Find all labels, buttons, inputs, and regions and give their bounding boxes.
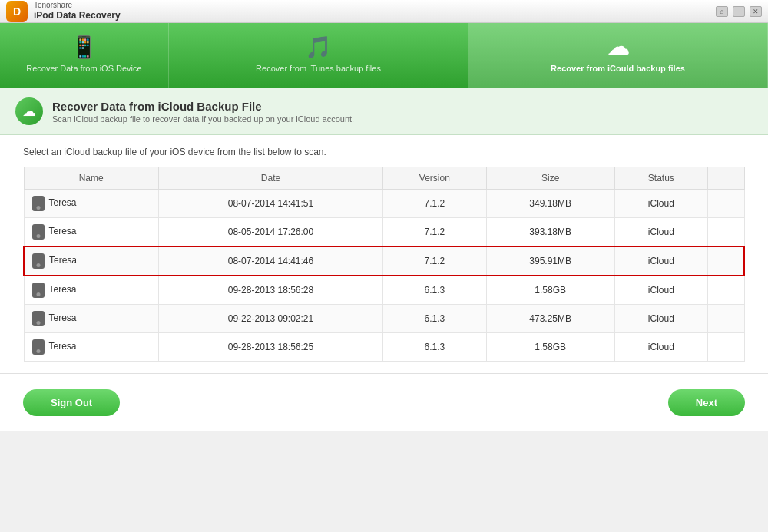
itunes-icon: 🎵 — [305, 37, 332, 58]
cell-name: Teresa — [24, 305, 158, 333]
cell-name: Teresa — [24, 190, 158, 218]
section-description: Scan iCloud backup file to recover data … — [52, 114, 354, 124]
cell-status: iCloud — [614, 246, 707, 276]
cell-size: 1.58GB — [486, 333, 614, 362]
cell-name: Teresa — [24, 276, 158, 305]
cell-extra — [708, 190, 744, 218]
section-header-text: Recover Data from iCloud Backup File Sca… — [52, 100, 354, 124]
col-size: Size — [486, 167, 614, 190]
title-bar-left: D Tenorshare iPod Data Recovery — [6, 0, 121, 22]
cell-status: iCloud — [614, 190, 707, 218]
cell-status: iCloud — [614, 333, 707, 362]
col-status: Status — [614, 167, 707, 190]
cell-status: iCloud — [614, 218, 707, 247]
app-name: Tenorshare iPod Data Recovery — [34, 0, 121, 22]
cell-extra — [708, 246, 744, 276]
instruction-text: Select an iCloud backup file of your iOS… — [23, 147, 745, 157]
app-logo: D — [6, 1, 28, 22]
cell-name: Teresa — [24, 246, 158, 276]
cell-date: 09-22-2013 09:02:21 — [158, 305, 382, 333]
cell-status: iCloud — [614, 276, 707, 305]
ios-icon: 📱 — [71, 37, 98, 58]
cell-date: 08-07-2014 14:41:51 — [158, 190, 382, 218]
cell-size: 1.58GB — [486, 276, 614, 305]
cell-date: 08-07-2014 14:41:46 — [158, 246, 382, 276]
cell-extra — [708, 333, 744, 362]
cell-version: 6.1.3 — [383, 276, 487, 305]
table-row[interactable]: Teresa09-22-2013 09:02:216.1.3473.25MBiC… — [24, 305, 744, 333]
col-date: Date — [158, 167, 382, 190]
sign-out-button[interactable]: Sign Out — [23, 389, 120, 416]
backup-table: Name Date Version Size Status Teresa08-0… — [23, 167, 745, 362]
cell-version: 7.1.2 — [383, 218, 487, 247]
cell-version: 6.1.3 — [383, 305, 487, 333]
close-button[interactable]: ✕ — [750, 6, 762, 17]
section-header: ☁ Recover Data from iCloud Backup File S… — [0, 88, 768, 135]
tab-itunes-label: Recover from iTunes backup files — [256, 63, 381, 74]
title-bar: D Tenorshare iPod Data Recovery ⌂ — ✕ — [0, 0, 768, 23]
col-extra — [708, 167, 744, 190]
table-row[interactable]: Teresa08-07-2014 14:41:467.1.2395.91MBiC… — [24, 246, 744, 276]
cell-name: Teresa — [24, 333, 158, 362]
nav-bar: 📱 Recover Data from iOS Device 🎵 Recover… — [0, 23, 768, 88]
cell-size: 473.25MB — [486, 305, 614, 333]
col-name: Name — [24, 167, 158, 190]
cell-size: 395.91MB — [486, 246, 614, 276]
tab-ios-label: Recover Data from iOS Device — [26, 63, 141, 74]
cell-size: 349.18MB — [486, 190, 614, 218]
cell-version: 7.1.2 — [383, 190, 487, 218]
table-row[interactable]: Teresa08-07-2014 14:41:517.1.2349.18MBiC… — [24, 190, 744, 218]
next-button[interactable]: Next — [668, 389, 745, 416]
section-title: Recover Data from iCloud Backup File — [52, 100, 354, 113]
minimize-button[interactable]: — — [733, 6, 745, 17]
table-row[interactable]: Teresa09-28-2013 18:56:256.1.31.58GBiClo… — [24, 333, 744, 362]
cell-extra — [708, 305, 744, 333]
cell-date: 09-28-2013 18:56:25 — [158, 333, 382, 362]
cell-date: 08-05-2014 17:26:00 — [158, 218, 382, 247]
tab-itunes[interactable]: 🎵 Recover from iTunes backup files — [169, 23, 468, 88]
table-header-row: Name Date Version Size Status — [24, 167, 744, 190]
cell-status: iCloud — [614, 305, 707, 333]
cell-name: Teresa — [24, 218, 158, 247]
title-bar-right: ⌂ — ✕ — [716, 6, 762, 17]
home-button[interactable]: ⌂ — [716, 6, 728, 17]
col-version: Version — [383, 167, 487, 190]
tab-icloud-label: Recover from iCould backup files — [551, 63, 685, 74]
table-container: Select an iCloud backup file of your iOS… — [0, 135, 768, 373]
cell-version: 6.1.3 — [383, 333, 487, 362]
cell-size: 393.18MB — [486, 218, 614, 247]
table-row[interactable]: Teresa08-05-2014 17:26:007.1.2393.18MBiC… — [24, 218, 744, 247]
icloud-icon: ☁ — [607, 37, 629, 58]
tab-icloud[interactable]: ☁ Recover from iCould backup files — [468, 23, 768, 88]
tab-ios[interactable]: 📱 Recover Data from iOS Device — [0, 23, 169, 88]
cell-version: 7.1.2 — [383, 246, 487, 276]
footer: Sign Out Next — [0, 373, 768, 431]
table-row[interactable]: Teresa09-28-2013 18:56:286.1.31.58GBiClo… — [24, 276, 744, 305]
cell-date: 09-28-2013 18:56:28 — [158, 276, 382, 305]
cell-extra — [708, 276, 744, 305]
cell-extra — [708, 218, 744, 247]
cloud-icon-big: ☁ — [15, 97, 43, 125]
